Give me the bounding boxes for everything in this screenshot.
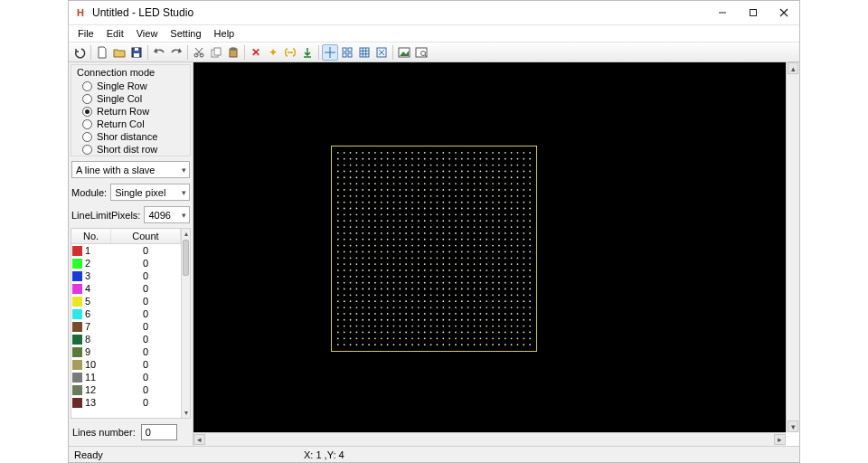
scroll-down-icon[interactable]: ▾ [182, 408, 190, 418]
chevron-down-icon: ▾ [182, 188, 186, 197]
svg-point-193 [523, 176, 524, 178]
svg-point-238 [405, 189, 407, 191]
color-swatch [72, 271, 82, 281]
svg-point-199 [362, 183, 363, 184]
svg-point-502 [455, 239, 457, 241]
scroll-down-icon[interactable]: ▾ [788, 420, 798, 432]
table-row[interactable]: 70 [71, 320, 181, 333]
table-row[interactable]: 30 [71, 269, 181, 282]
svg-point-228 [344, 189, 345, 191]
menu-file[interactable]: File [72, 27, 99, 40]
slave-combo[interactable]: A line with a slave ▾ [71, 161, 190, 178]
radio-single-row[interactable]: Single Row [71, 80, 190, 92]
grid9-button[interactable] [356, 44, 373, 61]
canvas[interactable] [193, 62, 786, 432]
new-button[interactable] [94, 44, 110, 61]
svg-point-178 [430, 176, 432, 178]
svg-point-1033 [374, 344, 376, 345]
download-button[interactable] [299, 44, 316, 61]
minimize-button[interactable] [707, 1, 738, 24]
menu-setting[interactable]: Setting [165, 27, 206, 40]
maximize-button[interactable] [738, 1, 769, 24]
svg-point-817 [424, 300, 426, 302]
table-row[interactable]: 60 [71, 307, 181, 320]
close-button[interactable] [769, 1, 799, 24]
svg-point-266 [381, 195, 382, 197]
redo-button[interactable] [168, 44, 184, 61]
radio-return-row[interactable]: Return Row [71, 105, 190, 118]
delete-button[interactable]: ✕ [248, 44, 264, 61]
grid4-button[interactable] [339, 44, 355, 61]
radio-short-dist-row[interactable]: Short dist row [71, 143, 190, 156]
table-row[interactable]: 120 [71, 383, 181, 396]
svg-point-937 [374, 326, 376, 327]
table-row[interactable]: 40 [71, 282, 181, 295]
svg-point-504 [467, 239, 469, 241]
scroll-left-icon[interactable]: ◂ [193, 434, 205, 445]
radio-shor-distance[interactable]: Shor distance [71, 130, 190, 143]
link-button[interactable] [282, 44, 298, 61]
svg-point-404 [442, 220, 444, 222]
boxx-button[interactable] [373, 44, 390, 61]
canvas-hscroll[interactable]: ◂ ▸ [193, 432, 786, 446]
svg-point-845 [399, 307, 401, 308]
copy-button[interactable] [208, 44, 224, 61]
svg-point-982 [455, 332, 457, 334]
table-row[interactable]: 80 [71, 333, 181, 345]
svg-point-735 [511, 282, 513, 284]
paste-button[interactable] [225, 44, 241, 61]
svg-point-325 [350, 208, 352, 210]
star-button[interactable]: ✦ [265, 44, 281, 61]
table-row[interactable]: 110 [71, 371, 181, 383]
linelimit-combo[interactable]: 4096 ▾ [144, 206, 190, 223]
svg-point-90 [479, 158, 481, 160]
table-row[interactable]: 10 [71, 244, 181, 257]
open-button[interactable] [111, 44, 127, 61]
scroll-up-icon[interactable]: ▴ [788, 62, 798, 74]
menu-edit[interactable]: Edit [101, 27, 129, 40]
row-count: 0 [110, 296, 181, 307]
scroll-thumb[interactable] [183, 240, 189, 276]
picture-search-button[interactable] [413, 44, 429, 61]
table-row[interactable]: 100 [71, 358, 181, 371]
linelimit-value: 4096 [148, 210, 170, 221]
lines-number-input[interactable]: 0 [141, 424, 177, 440]
th-count[interactable]: Count [111, 229, 181, 243]
svg-point-649 [374, 269, 376, 271]
svg-point-306 [430, 202, 432, 203]
module-combo[interactable]: Single pixel ▾ [110, 184, 190, 201]
table-row[interactable]: 50 [71, 295, 181, 307]
scroll-right-icon[interactable]: ▸ [774, 434, 786, 445]
th-no[interactable]: No. [71, 229, 111, 243]
svg-point-221 [498, 183, 500, 184]
svg-point-514 [529, 239, 531, 241]
save-button[interactable] [128, 44, 145, 61]
svg-point-608 [517, 257, 519, 259]
svg-point-547 [337, 251, 339, 253]
svg-point-541 [498, 245, 500, 247]
canvas-vscroll[interactable]: ▴ ▾ [786, 62, 799, 432]
crosshair-button[interactable] [322, 44, 338, 61]
table-row[interactable]: 130 [71, 396, 181, 409]
picture-button[interactable] [396, 44, 412, 61]
svg-point-893 [498, 313, 500, 315]
svg-point-1026 [529, 337, 531, 339]
radio-single-col[interactable]: Single Col [71, 92, 190, 105]
table-row[interactable]: 20 [71, 257, 181, 269]
table-row[interactable]: 90 [71, 345, 181, 358]
led-grid-panel[interactable] [331, 146, 537, 352]
undo-button[interactable] [71, 44, 88, 61]
table-scrollbar[interactable]: ▴ ▾ [181, 229, 190, 418]
undo2-button[interactable] [151, 44, 167, 61]
svg-point-310 [455, 202, 457, 203]
cut-button[interactable] [191, 44, 207, 61]
svg-point-523 [387, 245, 389, 247]
svg-point-984 [467, 332, 469, 334]
menu-help[interactable]: Help [209, 27, 241, 40]
scroll-up-icon[interactable]: ▴ [182, 229, 190, 239]
menu-view[interactable]: View [131, 27, 164, 40]
svg-point-342 [455, 208, 457, 210]
svg-point-313 [474, 202, 476, 203]
svg-point-889 [474, 313, 476, 315]
radio-return-col[interactable]: Return Col [71, 118, 190, 130]
